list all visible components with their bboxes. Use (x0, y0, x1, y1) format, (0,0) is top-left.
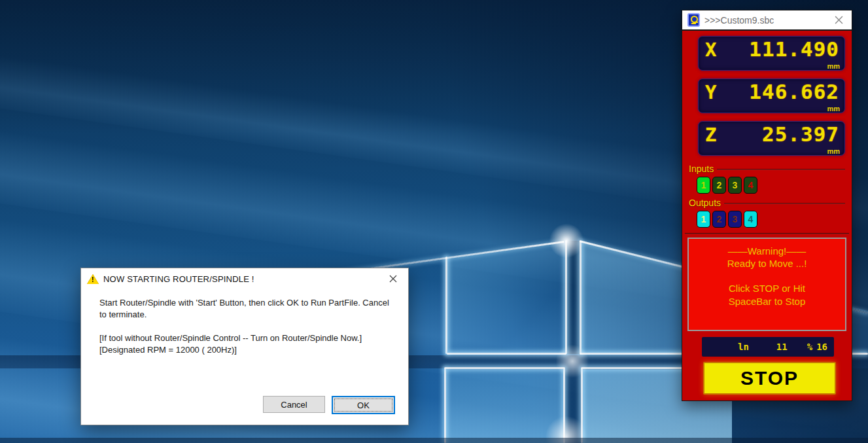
percent-value: 16 (816, 342, 827, 352)
dro-axis-value: 25.397 (762, 122, 839, 146)
separator-line (685, 233, 849, 234)
input-indicator-2: 2 (712, 177, 726, 194)
outputs-group: Outputs 1 2 3 4 (689, 198, 848, 228)
windows-logo-glow-edge (580, 241, 582, 354)
cnc-close-button[interactable] (831, 12, 846, 28)
windows-logo-glow-edge (447, 353, 566, 355)
inputs-group: Inputs 1 2 3 4 (689, 164, 848, 194)
output-toggle-4[interactable]: 4 (744, 211, 757, 228)
dro-axis-value: 146.662 (749, 80, 839, 103)
output-toggle-3[interactable]: 3 (728, 211, 742, 228)
cnc-control-window: >>>Custom9.sbc X 111.490 mm Y 146.662 mm… (682, 10, 852, 401)
percent-sign: % (807, 342, 812, 352)
input-indicator-3: 3 (728, 177, 742, 194)
warning-line-4: SpaceBar to Stop (689, 295, 845, 308)
inputs-rule (717, 169, 845, 170)
wallpaper-shading (0, 438, 868, 443)
dro-y-axis: Y 146.662 mm (698, 79, 845, 113)
output-toggle-2[interactable]: 2 (712, 211, 726, 228)
cnc-window-title: >>>Custom9.sbc (704, 15, 831, 26)
close-icon (835, 16, 843, 24)
windows-logo-glow-edge (444, 367, 565, 369)
warning-triangle-icon (87, 274, 99, 284)
dialog-titlebar[interactable]: NOW STARTING ROUTER/SPINDLE ! (81, 268, 408, 289)
output-toggle-1[interactable]: 1 (697, 211, 710, 228)
dro-z-axis: Z 25.397 mm (698, 121, 845, 156)
line-number-value: 11 (776, 342, 788, 352)
dialog-message-line: [If tool without Router/Spindle Control … (99, 332, 395, 356)
cancel-button[interactable]: Cancel (263, 396, 325, 413)
inputs-label: Inputs (689, 164, 714, 174)
wallpaper-light-flare (553, 342, 592, 381)
wallpaper-light-flare (547, 221, 586, 260)
cnc-client-area: X 111.490 mm Y 146.662 mm Z 25.397 mm In… (682, 31, 852, 400)
app-icon (687, 13, 700, 27)
input-indicator-1: 1 (697, 177, 710, 194)
dro-axis-letter: Z (705, 124, 716, 146)
dro-axis-letter: X (705, 39, 716, 61)
inputs-indicators: 1 2 3 4 (697, 177, 848, 194)
file-progress-readout: ln 11 % 16 (702, 337, 834, 357)
warning-message-box: ——Warning!—— Ready to Move ...! Click ST… (687, 238, 846, 331)
outputs-indicators: 1 2 3 4 (697, 211, 848, 228)
dro-axis-value: 111.490 (749, 37, 839, 61)
warning-line-3: Click STOP or Hit (689, 282, 845, 294)
windows-logo-glow-edge (445, 257, 447, 354)
dro-axis-unit: mm (827, 62, 840, 70)
ok-button[interactable]: OK (332, 396, 395, 414)
input-indicator-4: 4 (744, 177, 757, 194)
dro-axis-unit: mm (827, 105, 840, 113)
warning-spacer (689, 270, 845, 282)
desktop: NOW STARTING ROUTER/SPINDLE ! Start Rout… (0, 0, 868, 443)
dro-x-axis: X 111.490 mm (698, 36, 845, 71)
cnc-titlebar[interactable]: >>>Custom9.sbc (682, 10, 852, 31)
close-icon (389, 275, 397, 283)
stop-button[interactable]: STOP (703, 362, 836, 395)
warning-line-1: ——Warning!—— (689, 245, 845, 257)
dialog-title: NOW STARTING ROUTER/SPINDLE ! (103, 274, 385, 284)
windows-logo-glow-edge (444, 368, 446, 443)
line-label: ln (738, 342, 749, 352)
dialog-close-button[interactable] (385, 271, 402, 287)
dialog-body: Start Router/Spindle with 'Start' Button… (81, 289, 408, 356)
dialog-buttons: Cancel OK (263, 396, 395, 414)
windows-logo-pane-top-left (447, 241, 565, 353)
dro-axis-letter: Y (705, 81, 716, 103)
dro-axis-unit: mm (827, 147, 840, 155)
outputs-rule (724, 203, 845, 204)
dialog-message-line: Start Router/Spindle with 'Start' Button… (99, 297, 395, 321)
warning-line-2: Ready to Move ...! (689, 257, 845, 270)
router-spindle-dialog: NOW STARTING ROUTER/SPINDLE ! Start Rout… (80, 268, 409, 425)
outputs-label: Outputs (689, 198, 721, 208)
